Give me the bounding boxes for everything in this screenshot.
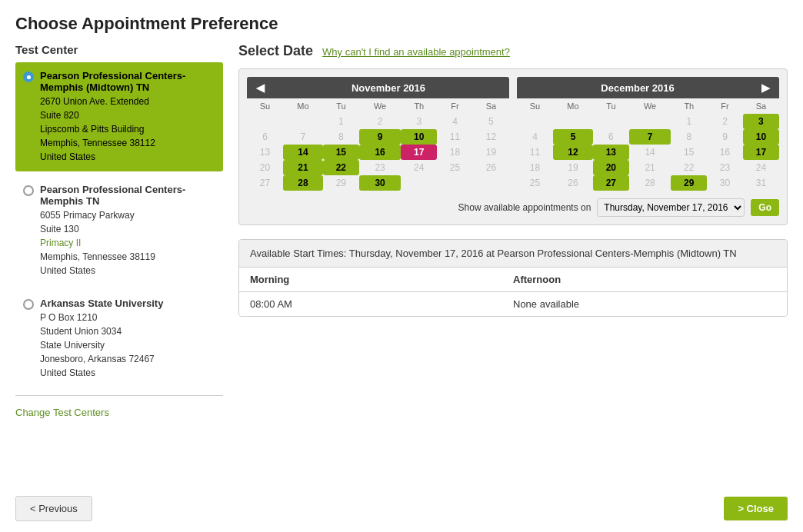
table-cell[interactable]: 16 bbox=[359, 145, 402, 160]
table-cell bbox=[401, 175, 437, 191]
table-cell: 11 bbox=[517, 145, 553, 160]
test-center-addr-1: 2670 Union Ave. Extended Suite 820 Lipsc… bbox=[40, 95, 215, 164]
table-cell: 15 bbox=[671, 145, 707, 160]
col-we: We bbox=[359, 98, 402, 114]
table-cell: 23 bbox=[707, 160, 743, 175]
prev-month-nav[interactable]: ◀ bbox=[250, 81, 271, 94]
test-center-details-2: Pearson Professional Centers-Memphis TN … bbox=[40, 184, 215, 278]
col-su: Su bbox=[247, 98, 283, 114]
table-cell[interactable]: 12 bbox=[553, 145, 593, 160]
table-cell[interactable]: 30 bbox=[359, 175, 402, 191]
radio-center-3[interactable] bbox=[23, 299, 34, 310]
table-cell: 23 bbox=[359, 160, 402, 175]
table-cell: 4 bbox=[437, 114, 473, 129]
test-center-name-1: Pearson Professional Centers-Memphis (Mi… bbox=[40, 70, 215, 93]
times-row: 08:00 AM None available bbox=[239, 292, 787, 316]
afternoon-col-label: Afternoon bbox=[513, 274, 776, 285]
right-panel: Select Date Why can't I find an availabl… bbox=[238, 43, 788, 418]
col-th: Th bbox=[401, 98, 437, 114]
table-cell[interactable]: 29 bbox=[671, 175, 707, 191]
table-cell: 19 bbox=[473, 145, 509, 160]
morning-time[interactable]: 08:00 AM bbox=[250, 298, 513, 310]
table-cell[interactable]: 5 bbox=[553, 129, 593, 145]
page-title: Choose Appointment Preference bbox=[0, 0, 803, 43]
table-cell[interactable]: 14 bbox=[283, 145, 323, 160]
test-center-addr-2: 6055 Primacy Parkway Suite 130 Primacy I… bbox=[40, 208, 215, 278]
november-grid: Su Mo Tu We Th Fr Sa bbox=[247, 98, 509, 191]
test-center-name-2: Pearson Professional Centers-Memphis TN bbox=[40, 184, 215, 207]
table-cell bbox=[517, 114, 553, 129]
table-cell[interactable]: 10 bbox=[743, 129, 779, 145]
go-button[interactable]: Go bbox=[751, 199, 779, 216]
available-times-section: Available Start Times: Thursday, Novembe… bbox=[238, 239, 788, 317]
table-cell: 1 bbox=[671, 114, 707, 129]
close-button[interactable]: > Close bbox=[724, 497, 788, 520]
table-cell: 18 bbox=[517, 160, 553, 175]
table-cell[interactable]: 3 bbox=[743, 114, 779, 129]
previous-button[interactable]: < Previous bbox=[15, 496, 92, 521]
table-cell bbox=[593, 114, 629, 129]
table-cell: 19 bbox=[553, 160, 593, 175]
col-sa: Sa bbox=[743, 98, 779, 114]
table-cell: 8 bbox=[323, 129, 359, 145]
table-cell: 1 bbox=[323, 114, 359, 129]
table-cell: 6 bbox=[593, 129, 629, 145]
table-cell bbox=[473, 175, 509, 191]
col-th: Th bbox=[671, 98, 707, 114]
calendar-november: ◀ November 2016 Su Mo Tu We Th Fr bbox=[247, 77, 509, 191]
table-cell[interactable]: 17 bbox=[743, 145, 779, 160]
table-cell[interactable]: 27 bbox=[593, 175, 629, 191]
table-cell: 22 bbox=[671, 160, 707, 175]
table-cell[interactable]: 20 bbox=[593, 160, 629, 175]
col-mo: Mo bbox=[553, 98, 593, 114]
table-cell: 25 bbox=[437, 160, 473, 175]
table-cell: 26 bbox=[473, 160, 509, 175]
primacy-link[interactable]: Primacy II bbox=[40, 238, 81, 248]
select-date-header: Select Date Why can't I find an availabl… bbox=[238, 43, 788, 59]
table-cell[interactable]: 10 bbox=[401, 129, 437, 145]
why-link[interactable]: Why can't I find an available appointmen… bbox=[322, 46, 510, 58]
table-cell bbox=[629, 114, 671, 129]
date-select[interactable]: Thursday, November 17, 2016 bbox=[597, 198, 745, 217]
calendar-december: December 2016 ▶ Su Mo Tu We Th Fr bbox=[517, 77, 779, 191]
table-cell: 25 bbox=[517, 175, 553, 191]
table-cell-selected[interactable]: 17 bbox=[401, 145, 437, 160]
table-cell: 13 bbox=[247, 145, 283, 160]
radio-center-1[interactable] bbox=[23, 71, 34, 82]
test-center-addr-3: P O Box 1210 Student Union 3034 State Un… bbox=[40, 311, 163, 380]
table-cell: 14 bbox=[629, 145, 671, 160]
test-center-details-1: Pearson Professional Centers-Memphis (Mi… bbox=[40, 70, 215, 164]
next-month-nav[interactable]: ▶ bbox=[755, 81, 776, 94]
table-cell[interactable]: 15 bbox=[323, 145, 359, 160]
table-cell: 21 bbox=[629, 160, 671, 175]
table-cell[interactable]: 9 bbox=[359, 129, 402, 145]
radio-center-2[interactable] bbox=[23, 185, 34, 196]
table-cell: 18 bbox=[437, 145, 473, 160]
table-cell: 20 bbox=[247, 160, 283, 175]
table-cell: 2 bbox=[359, 114, 402, 129]
calendar-container: ◀ November 2016 Su Mo Tu We Th Fr bbox=[238, 68, 788, 225]
table-cell: 30 bbox=[707, 175, 743, 191]
table-cell bbox=[553, 114, 593, 129]
change-test-centers-link[interactable]: Change Test Centers bbox=[15, 407, 109, 418]
table-cell[interactable]: 22 bbox=[323, 160, 359, 175]
december-title: December 2016 bbox=[520, 82, 755, 94]
table-cell[interactable]: 21 bbox=[283, 160, 323, 175]
col-sa: Sa bbox=[473, 98, 509, 114]
table-cell: 7 bbox=[283, 129, 323, 145]
table-cell: 26 bbox=[553, 175, 593, 191]
table-cell[interactable]: 7 bbox=[629, 129, 671, 145]
table-cell: 5 bbox=[473, 114, 509, 129]
test-center-item-1[interactable]: Pearson Professional Centers-Memphis (Mi… bbox=[15, 62, 223, 171]
table-cell: 28 bbox=[629, 175, 671, 191]
november-header: ◀ November 2016 bbox=[247, 77, 509, 98]
table-cell: 31 bbox=[743, 175, 779, 191]
col-tu: Tu bbox=[593, 98, 629, 114]
table-cell: 16 bbox=[707, 145, 743, 160]
test-center-item-3[interactable]: Arkansas State University P O Box 1210 S… bbox=[15, 290, 223, 387]
table-cell[interactable]: 28 bbox=[283, 175, 323, 191]
test-center-item-2[interactable]: Pearson Professional Centers-Memphis TN … bbox=[15, 176, 223, 285]
table-cell: 24 bbox=[401, 160, 437, 175]
times-header: Available Start Times: Thursday, Novembe… bbox=[239, 240, 787, 268]
table-cell[interactable]: 13 bbox=[593, 145, 629, 160]
